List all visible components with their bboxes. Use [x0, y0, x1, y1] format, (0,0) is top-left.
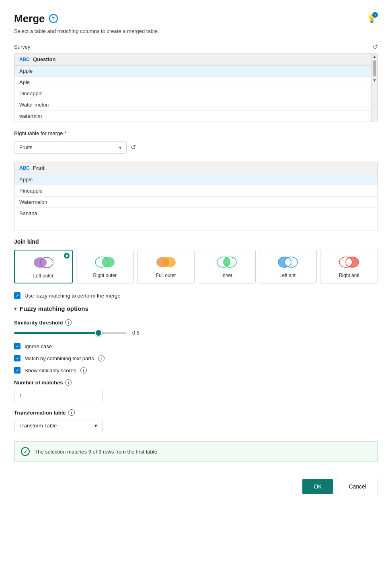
- venn-left-anti-icon: [277, 255, 298, 269]
- right-table-dropdown-row: Fruits ▾ ↺: [14, 141, 378, 154]
- table-row-empty: [14, 219, 378, 230]
- slider-fill: [14, 332, 99, 334]
- table-row[interactable]: Pineapple: [14, 88, 378, 99]
- similarity-slider-track[interactable]: [14, 332, 127, 334]
- svg-point-5: [163, 257, 176, 267]
- svg-point-3: [102, 257, 115, 267]
- join-label-inner: Inner: [222, 273, 232, 278]
- show-similarity-checkbox[interactable]: ✓: [14, 367, 21, 374]
- right-table-header: ABC Fruit: [14, 162, 378, 174]
- fuzzy-checkbox[interactable]: ✓: [14, 292, 21, 299]
- scroll-thumb[interactable]: [373, 60, 376, 76]
- fuzzy-checkbox-row[interactable]: ✓ Use fuzzy matching to perform the merg…: [14, 292, 378, 299]
- table-row[interactable]: Watermelon: [14, 197, 378, 208]
- fuzzy-options-section: ▾ Fuzzy matching options Similarity thre…: [14, 305, 378, 432]
- join-options-group: Left outer Right outer Full outer: [14, 250, 378, 283]
- table-row[interactable]: Banana: [14, 208, 378, 219]
- similarity-info-icon[interactable]: i: [65, 319, 72, 326]
- transformation-table-section: Transformation table i Transform Table ▾: [14, 409, 378, 432]
- lightbulb-icon[interactable]: 💡 1: [365, 12, 378, 25]
- join-icon-inner: [216, 254, 237, 270]
- join-icon-full-outer: [156, 254, 177, 270]
- show-similarity-row[interactable]: ✓ Show similarity scores i: [14, 367, 378, 374]
- join-option-right-anti[interactable]: Right anti: [320, 250, 378, 283]
- join-label-full-outer: Full outer: [156, 273, 176, 278]
- slider-thumb[interactable]: [95, 329, 102, 337]
- dialog-title: Merge: [14, 12, 45, 25]
- match-combining-row[interactable]: ✓ Match by combining text parts i: [14, 355, 378, 361]
- title-area: Merge ?: [14, 12, 58, 25]
- left-table-label: Survey: [14, 44, 30, 50]
- join-label-right-anti: Right anti: [339, 273, 359, 278]
- join-label-left-anti: Left anti: [279, 273, 297, 278]
- left-col-type-icon: ABC: [19, 57, 30, 62]
- help-icon[interactable]: ?: [49, 14, 58, 23]
- join-label-left-outer: Left outer: [33, 273, 54, 279]
- fuzzy-checkbox-label: Use fuzzy matching to perform the merge: [25, 293, 120, 299]
- footer-buttons: OK Cancel: [14, 475, 378, 494]
- lightbulb-badge: 1: [372, 12, 378, 18]
- number-of-matches-input[interactable]: [14, 389, 103, 402]
- similarity-threshold-label: Similarity threshold: [14, 320, 63, 326]
- show-similarity-info-icon[interactable]: i: [80, 367, 87, 374]
- ignore-case-row[interactable]: ✓ Ignore case: [14, 343, 378, 349]
- chevron-collapse-icon: ▾: [14, 306, 16, 312]
- chevron-down-icon: ▾: [94, 423, 97, 429]
- cancel-button[interactable]: Cancel: [337, 479, 378, 494]
- left-table-label-row: Survey ↺: [14, 43, 378, 51]
- success-message: The selection matches 9 of 9 rows from t…: [35, 449, 157, 455]
- right-table-dropdown[interactable]: Fruits ▾: [14, 141, 127, 154]
- selected-indicator: [64, 253, 70, 259]
- venn-left-outer-icon: [33, 255, 54, 270]
- slider-label-row: Similarity threshold i: [14, 319, 378, 326]
- ignore-case-checkbox[interactable]: ✓: [14, 343, 21, 349]
- number-of-matches-info-icon[interactable]: i: [65, 379, 72, 386]
- right-table-container: ABC Fruit Apple Pineapple Watermelon Ban…: [14, 162, 378, 230]
- right-table-dropdown-value: Fruits: [19, 144, 33, 150]
- dialog-header: Merge ? 💡 1: [14, 12, 378, 25]
- scroll-up-arrow[interactable]: ▲: [373, 54, 377, 59]
- right-table-label: Right table for merge *: [14, 130, 378, 136]
- number-of-matches-label-row: Number of matches i: [14, 379, 378, 386]
- similarity-threshold-section: Similarity threshold i 0.8: [14, 319, 378, 336]
- transform-info-icon[interactable]: i: [68, 409, 75, 416]
- match-combining-info-icon[interactable]: i: [98, 355, 105, 361]
- table-row[interactable]: watermlm: [14, 111, 378, 122]
- table-row[interactable]: Pineapple: [14, 185, 378, 197]
- ignore-case-label: Ignore case: [25, 343, 52, 349]
- join-icon-right-outer: [94, 254, 115, 270]
- transformation-table-label: Transformation table: [14, 410, 66, 416]
- join-option-inner[interactable]: Inner: [198, 250, 256, 283]
- right-table-refresh-icon[interactable]: ↺: [131, 144, 136, 151]
- join-option-left-anti[interactable]: Left anti: [259, 250, 317, 283]
- slider-row: 0.8: [14, 330, 378, 336]
- table-row[interactable]: Aple: [14, 77, 378, 88]
- fuzzy-section-header[interactable]: ▾ Fuzzy matching options: [14, 305, 378, 312]
- show-similarity-label: Show similarity scores: [25, 367, 76, 374]
- table-row[interactable]: Apple: [14, 66, 378, 77]
- join-option-right-outer[interactable]: Right outer: [76, 250, 134, 283]
- fuzzy-options-title: Fuzzy matching options: [20, 305, 88, 312]
- success-check-icon: ✓: [21, 447, 30, 456]
- join-option-left-outer[interactable]: Left outer: [14, 250, 73, 283]
- join-icon-right-anti: [339, 254, 359, 270]
- table-row[interactable]: Water melon: [14, 99, 378, 111]
- join-option-full-outer[interactable]: Full outer: [137, 250, 195, 283]
- left-table-header: ABC Question: [14, 53, 378, 66]
- left-table-scrollbar[interactable]: ▲ ▼: [371, 53, 378, 122]
- scroll-down-arrow[interactable]: ▼: [373, 78, 377, 82]
- success-banner: ✓ The selection matches 9 of 9 rows from…: [14, 441, 378, 462]
- left-table-refresh-icon[interactable]: ↺: [373, 43, 378, 51]
- transformation-table-dropdown[interactable]: Transform Table ▾: [14, 419, 103, 432]
- table-row[interactable]: Apple: [14, 174, 378, 185]
- ok-button[interactable]: OK: [302, 479, 333, 494]
- number-of-matches-label: Number of matches: [14, 380, 63, 386]
- match-combining-checkbox[interactable]: ✓: [14, 355, 21, 361]
- join-icon-left-outer: [33, 255, 54, 271]
- similarity-value: 0.8: [132, 330, 140, 336]
- join-label-right-outer: Right outer: [93, 273, 117, 278]
- venn-right-anti-icon: [339, 255, 359, 269]
- transform-label-row: Transformation table i: [14, 409, 378, 416]
- join-kind-section: Join kind Left outer Right outer: [14, 238, 378, 283]
- right-col-name: Fruit: [33, 165, 45, 171]
